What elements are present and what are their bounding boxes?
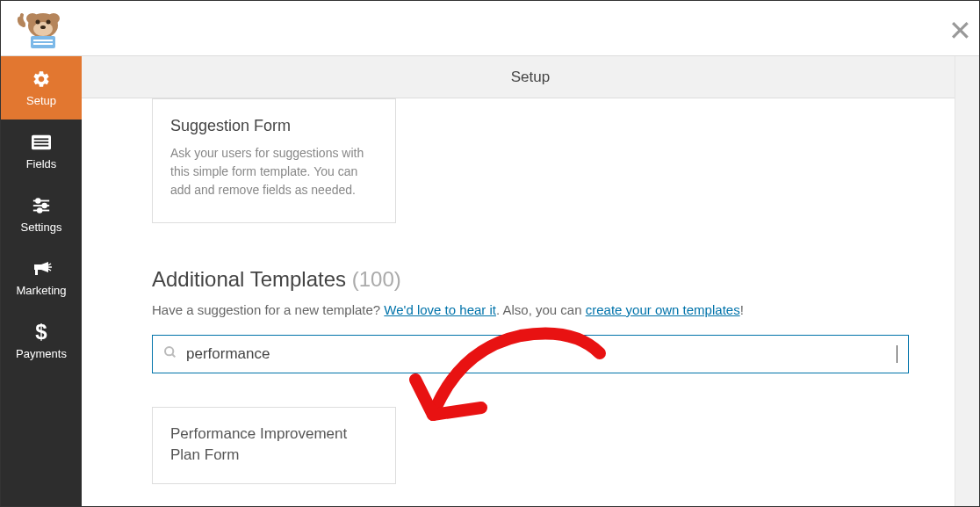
svg-point-22 [165,347,173,355]
template-search-box[interactable] [152,335,909,373]
svg-point-15 [36,199,40,203]
sidebar-label: Marketing [16,284,66,297]
create-template-link[interactable]: create your own templates [586,302,740,317]
sliders-icon [32,195,51,216]
scrollbar[interactable] [955,56,979,506]
tab-setup[interactable]: Setup [82,56,979,98]
feedback-link[interactable]: We'd love to hear it [384,302,496,317]
svg-rect-20 [35,270,38,275]
svg-point-4 [35,20,40,25]
sidebar-label: Payments [16,347,67,360]
app-logo [14,4,71,53]
svg-point-6 [40,25,46,29]
gear-icon [32,69,51,90]
template-card-suggestion[interactable]: Suggestion Form Ask your users for sugge… [152,98,396,223]
close-icon[interactable]: ✕ [948,17,972,45]
sidebar-nav: Setup Fields Settings Marketing $ Paymen… [1,56,82,506]
section-title-text: Additional Templates [152,267,346,291]
svg-rect-7 [31,36,55,48]
svg-rect-11 [34,138,49,140]
bullhorn-icon [31,258,52,279]
sidebar-item-fields[interactable]: Fields [1,120,82,183]
template-card-result[interactable]: Performance Improvement Plan Form [152,407,396,484]
template-title: Performance Improvement Plan Form [170,424,378,466]
sidebar-label: Settings [21,221,62,234]
svg-rect-13 [34,145,49,147]
sidebar-item-marketing[interactable]: Marketing [1,246,82,309]
section-subtitle: Have a suggestion for a new template? We… [152,302,909,317]
svg-text:$: $ [35,322,47,343]
svg-rect-12 [34,141,49,143]
template-count: (100) [352,267,401,291]
section-title: Additional Templates (100) [152,267,909,292]
tab-label: Setup [511,69,550,86]
svg-line-23 [172,354,175,357]
sidebar-label: Setup [26,94,56,107]
search-icon [163,345,177,363]
sidebar-item-payments[interactable]: $ Payments [1,309,82,373]
svg-point-17 [42,204,47,208]
svg-rect-8 [33,40,53,41]
sidebar-item-settings[interactable]: Settings [1,183,82,246]
text-cursor [897,345,897,363]
sidebar-label: Fields [26,157,57,170]
top-bar: ✕ [1,1,979,56]
sidebar-item-setup[interactable]: Setup [1,56,82,120]
template-search-input[interactable] [186,345,896,363]
svg-point-5 [46,20,50,25]
svg-rect-9 [33,43,53,45]
content-area: Suggestion Form Ask your users for sugge… [82,98,979,506]
main-panel: Setup Suggestion Form Ask your users for… [82,56,979,506]
template-title: Suggestion Form [170,117,378,135]
svg-point-19 [38,208,42,213]
template-description: Ask your users for suggestions with this… [170,144,378,199]
dollar-icon: $ [34,322,48,343]
list-icon [32,132,51,153]
